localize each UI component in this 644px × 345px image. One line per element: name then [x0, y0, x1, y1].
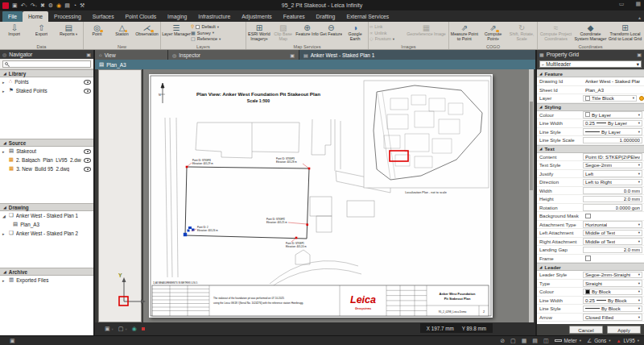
row-frame[interactable]: Frame: [537, 255, 644, 264]
library-section-header[interactable]: ◢Library: [0, 69, 93, 77]
multileader-select[interactable]: ⌐ Multileader▾: [539, 60, 642, 68]
section-styling[interactable]: ◢Styling: [537, 103, 644, 111]
tab-inspector[interactable]: ◎Inspector▣: [168, 50, 299, 60]
cancel-button[interactable]: Cancel: [569, 326, 603, 334]
row-leader-colour[interactable]: ColourBy Block▾: [537, 288, 644, 297]
tab-staked-plan-1[interactable]: ▤Anker West - Staked Plan 1: [299, 50, 535, 60]
minimize-icon[interactable]: ▭: [619, 1, 625, 7]
station-button[interactable]: △Station: [109, 23, 134, 43]
row-leader-line-style[interactable]: Line StyleBy Block▾: [537, 305, 644, 314]
nav-item-staked-plan-2[interactable]: ▸❏Anker West - Staked Plan 2: [0, 229, 93, 238]
ribbon-collapse-icon[interactable]: ▴: [638, 15, 641, 20]
tab-surfaces[interactable]: Surfaces: [87, 11, 120, 22]
google-earth-button[interactable]: ◑Google Earth: [343, 23, 367, 43]
drawing-section-header[interactable]: ◢Drawing: [0, 203, 93, 211]
layer-survey-select[interactable]: ▦Survey▾: [191, 31, 245, 35]
distance-unit-select[interactable]: Meter▾: [555, 338, 581, 343]
source-section-header[interactable]: ◢Source: [0, 139, 93, 147]
search-input[interactable]: [2, 60, 91, 68]
background-mask-checkbox[interactable]: [585, 214, 591, 219]
grid-icon[interactable]: ▦: [522, 338, 527, 344]
tab-adjustments[interactable]: Adjustments: [236, 11, 277, 22]
record-icon[interactable]: [142, 327, 145, 330]
compute-point-button[interactable]: ⇗Compute Point▾: [479, 23, 508, 43]
crs-select[interactable]: ▲ LV95▾: [617, 338, 639, 343]
row-height[interactable]: Height2.0 mm: [537, 195, 644, 204]
sheet-tab-plan-a3[interactable]: ▤Plan_A3: [95, 60, 535, 69]
visibility-eye-icon[interactable]: [84, 89, 91, 94]
row-attachment-type[interactable]: Attachment TypeHorizontal▾: [537, 221, 644, 230]
row-direction[interactable]: DirectionLeft to Right▾: [537, 178, 644, 187]
snap-icon[interactable]: ▢: [510, 338, 516, 344]
layer-manager-button[interactable]: ☰Layer Manager: [162, 23, 191, 43]
point-button[interactable]: ◎Point: [85, 23, 109, 43]
row-leader-style[interactable]: Leader StyleSegoe-2mm-Straight▾: [537, 271, 644, 280]
row-left-attachment[interactable]: Left AttachmentMiddle of Text▾: [537, 229, 644, 238]
apply-button[interactable]: Apply: [607, 326, 641, 334]
book-icon[interactable]: ◫: [543, 338, 549, 344]
row-layer[interactable]: LayerTitle Block▾: [537, 94, 644, 103]
row-width[interactable]: Width0.0 mm: [537, 187, 644, 196]
tab-drafting[interactable]: Drafting: [311, 11, 341, 22]
row-line-style-scale[interactable]: Line Style Scale1.000000: [537, 136, 644, 145]
output-panel-icon[interactable]: ▣: [0, 338, 15, 344]
osnap-icon[interactable]: ◉: [132, 326, 137, 332]
nav-item-stakeout[interactable]: ▸▤Stakeout: [0, 147, 93, 156]
row-background-mask[interactable]: Background Mask: [537, 212, 644, 221]
export-button[interactable]: ⇧Export: [28, 23, 56, 43]
tab-view[interactable]: ⌂View: [95, 50, 167, 60]
tab-imaging[interactable]: Imaging: [162, 11, 192, 22]
measure-point-to-point-button[interactable]: ⇗Measure Point to Point: [450, 23, 479, 43]
nav-item-plan-a3[interactable]: ▤Plan_A3: [0, 220, 93, 229]
nav-item-dwg-newbuild[interactable]: ▦3. New_Build 95_2.dwg: [0, 164, 93, 173]
nav-item-staked-plan-1[interactable]: ◢❏Anker West - Staked Plan 1: [0, 211, 93, 220]
frame-checkbox[interactable]: [585, 256, 591, 261]
row-arrow[interactable]: ArrowClosed Filled▾: [537, 314, 644, 322]
row-line-width[interactable]: Line Width0.25By Layer▾: [537, 119, 644, 128]
layers-icon[interactable]: ▤: [532, 338, 538, 344]
pin-icon[interactable]: ▣: [637, 52, 642, 57]
row-rotation[interactable]: Rotation0.0000 gon: [537, 204, 644, 213]
row-colour[interactable]: ColourBy Layer▾: [537, 111, 644, 120]
row-content[interactable]: ContentPoint ID: STKEP{2\PElevatio: [537, 153, 644, 162]
snap-mode-icon[interactable]: ▣ ▾: [105, 326, 114, 332]
row-leader-type[interactable]: TypeStraight▾: [537, 280, 644, 289]
archive-section-header[interactable]: ◢Archive: [0, 268, 93, 276]
reports-button[interactable]: ▤Reports ▾: [55, 23, 82, 43]
import-button[interactable]: ⇩Import: [1, 23, 28, 43]
tab-infrastructure[interactable]: Infrastructure: [192, 11, 236, 22]
feature-info-button[interactable]: ⊕Feature Info: [295, 23, 320, 43]
plan-sheet[interactable]: N Plan View: Anker West Foundation Pit S…: [149, 74, 493, 318]
nav-item-points[interactable]: ▸∴Points: [0, 77, 93, 86]
visibility-eye-icon[interactable]: [84, 149, 91, 154]
tab-external-services[interactable]: External Services: [341, 11, 394, 22]
selection-filter-icon[interactable]: ⊘: [500, 338, 505, 344]
row-leader-line-width[interactable]: Line Width0.25By Block▾: [537, 297, 644, 306]
section-feature[interactable]: ◢Feature: [537, 69, 644, 77]
tab-point-clouds[interactable]: Point Clouds: [120, 11, 163, 22]
row-sheet-id[interactable]: Sheet IdPlan_A3: [537, 86, 644, 95]
layer-reference-select[interactable]: ▢Reference▾: [191, 36, 245, 41]
visibility-eye-icon[interactable]: [84, 80, 91, 85]
maximize-icon[interactable]: ▦: [635, 1, 641, 7]
nav-item-exported-files[interactable]: ▸▥Exported Files: [0, 276, 93, 285]
row-landing-gap[interactable]: Landing Gap2.0 mm: [537, 246, 644, 255]
canvas-scrollbar[interactable]: [529, 69, 534, 322]
section-text[interactable]: ◢Text: [537, 145, 644, 153]
section-leader[interactable]: ◢Leader: [537, 263, 644, 271]
drawing-canvas[interactable]: N Plan View: Anker West Foundation Pit S…: [143, 69, 534, 322]
pin-icon[interactable]: ▣: [86, 52, 91, 57]
nav-item-staked-points[interactable]: ▸⚑Staked Points: [0, 86, 93, 95]
transform-local-grid-button[interactable]: ⊞Transform Local Grid to Local Grid: [608, 23, 642, 43]
tab-home[interactable]: Home: [23, 11, 48, 22]
tab-processing[interactable]: Processing: [48, 11, 87, 22]
coordinate-system-manager-button[interactable]: ◆Coordinate System Manager: [573, 23, 608, 43]
tab-file[interactable]: File: [2, 11, 23, 22]
visibility-eye-icon[interactable]: [84, 158, 91, 163]
nav-item-dwg-balgach[interactable]: ▦2. Balgach_Plan_LV95_2.dwg: [0, 156, 93, 164]
row-justify[interactable]: JustifyLeft▾: [537, 170, 644, 179]
get-feature-button[interactable]: ⊖Get Feature: [319, 23, 343, 43]
tab-features[interactable]: Features: [278, 11, 311, 22]
row-text-style[interactable]: Text StyleSegoe-2mm▾: [537, 161, 644, 170]
pin-icon[interactable]: ▣: [290, 52, 295, 58]
